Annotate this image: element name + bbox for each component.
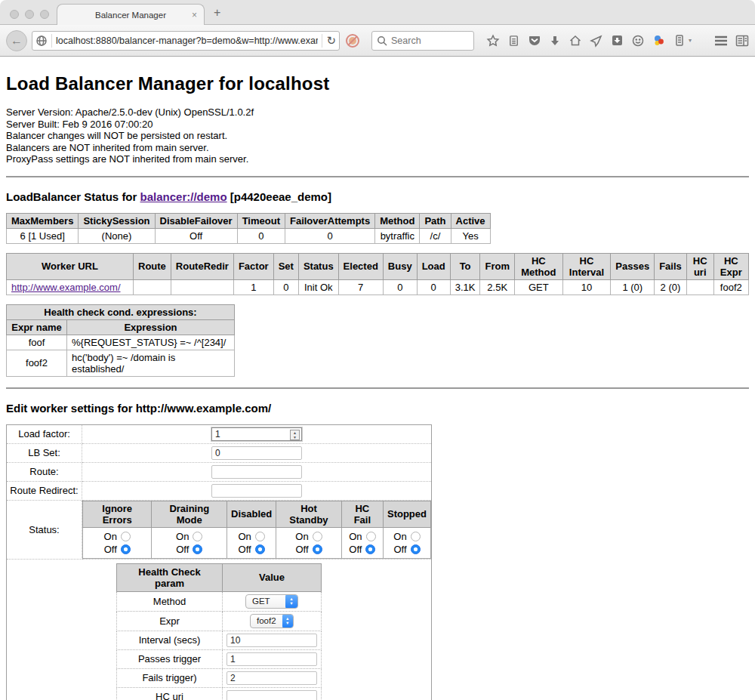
hc-uri-input[interactable]: [226, 690, 317, 700]
col-disablefailover: DisableFailover: [155, 213, 237, 228]
hc-fail-on-radio[interactable]: [366, 532, 376, 541]
col-load: Load: [417, 253, 450, 279]
col-hc-uri: HC uri: [686, 253, 713, 279]
disabled-off-radio[interactable]: [255, 544, 265, 554]
edit-worker-form: Load factor: ▲▼ LB Set: Route: Route Red…: [6, 424, 432, 700]
route-redirect-input[interactable]: [211, 484, 302, 498]
container-icon[interactable]: [673, 34, 686, 47]
tab-balancer-manager[interactable]: Balancer Manager ×: [57, 4, 205, 25]
col-hot-standby: Hot Standby: [276, 501, 341, 527]
blocker-extension-icon[interactable]: [344, 32, 361, 49]
overflow-caret-icon[interactable]: ▾: [689, 37, 692, 44]
hc-method-row: Method GET ▲▼: [117, 591, 322, 611]
url-text[interactable]: localhost:8880/balancer-manager?b=demo&w…: [56, 35, 318, 46]
health-check-expressions-table: Health check cond. expressions: Expr nam…: [6, 304, 235, 377]
cell-elected: 7: [338, 279, 383, 294]
reading-list-icon[interactable]: [507, 34, 520, 47]
cell-routeredir: [171, 279, 233, 294]
menu-hamburger-icon[interactable]: [714, 35, 728, 46]
col-path: Path: [420, 213, 451, 228]
url-bar[interactable]: localhost:8880/balancer-manager?b=demo&w…: [32, 31, 340, 51]
worker-url-link[interactable]: http://www.example.com/: [11, 282, 121, 293]
cell-hc-method: GET: [514, 279, 562, 294]
hc-fails-input[interactable]: [226, 671, 317, 685]
status-header-row: Ignore Errors Draining Mode Disabled Hot…: [83, 501, 431, 527]
tab-close-icon[interactable]: ×: [192, 10, 197, 20]
hc-passes-input[interactable]: [226, 652, 317, 666]
save-page-icon[interactable]: [611, 34, 624, 47]
col-expression: Expression: [67, 319, 235, 335]
cell-failoverattempts: 0: [285, 228, 374, 243]
cell-factor: 1: [233, 279, 273, 294]
radio-on-label: On: [176, 530, 189, 543]
url-divider: [322, 34, 322, 48]
minimize-window-button[interactable]: [25, 10, 34, 19]
reload-icon[interactable]: ↻: [326, 34, 336, 48]
number-spinner-icon[interactable]: ▲▼: [290, 430, 300, 440]
hot-standby-off-radio[interactable]: [313, 544, 322, 554]
home-icon[interactable]: [569, 34, 582, 48]
hc-fails-row: Fails trigger): [117, 668, 322, 687]
draining-mode-off-radio[interactable]: [193, 544, 202, 554]
col-method: Method: [375, 213, 420, 228]
col-from: From: [480, 253, 515, 279]
draining-mode-on-radio[interactable]: [193, 532, 202, 541]
tab-title: Balancer Manager: [95, 11, 166, 20]
download-icon[interactable]: [549, 35, 561, 47]
route-input[interactable]: [211, 465, 302, 479]
cell-hc-expr: foof2: [713, 279, 748, 294]
hello-dots-icon[interactable]: [652, 34, 666, 48]
cell-busy: 0: [383, 279, 417, 294]
status-radio-row: On Off On Off On Off: [83, 527, 431, 558]
hc-fail-off-radio[interactable]: [365, 544, 375, 554]
col-disabled: Disabled: [227, 501, 276, 527]
hc-expr-select[interactable]: foof2 ▲▼: [250, 614, 294, 628]
search-input[interactable]: [391, 35, 459, 46]
hc-interval-label: Interval (secs): [117, 631, 223, 649]
hc-method-select[interactable]: GET ▲▼: [245, 594, 298, 609]
col-factor: Factor: [233, 253, 273, 279]
disabled-on-radio[interactable]: [255, 532, 265, 541]
cell-timeout: 0: [237, 228, 285, 243]
hot-standby-on-radio[interactable]: [313, 532, 322, 541]
close-window-button[interactable]: [10, 10, 19, 19]
send-tab-icon[interactable]: [590, 34, 603, 48]
browser-window: Balancer Manager × + ← localhost:8880/ba…: [0, 0, 755, 700]
radio-off-label: Off: [239, 543, 251, 556]
globe-icon: [35, 35, 48, 47]
toolbar-icons: ▾: [486, 34, 749, 48]
navigation-toolbar: ← localhost:8880/balancer-manager?b=demo…: [0, 25, 755, 57]
server-version-line: Server Version: Apache/2.5.0-dev (Unix) …: [6, 106, 749, 119]
stopped-off-radio[interactable]: [411, 544, 421, 554]
status-label: Status:: [7, 500, 82, 559]
pocket-icon[interactable]: [528, 34, 541, 48]
hc-header-row: Health Check param Value: [117, 563, 322, 591]
back-button[interactable]: ←: [6, 30, 27, 51]
status-heading-suffix: [p4420eeae_demo]: [227, 190, 331, 203]
search-bar[interactable]: [371, 31, 474, 51]
load-factor-row: Load factor: ▲▼: [7, 424, 432, 443]
hc-expr-selected-value: foof2: [251, 616, 282, 625]
zoom-window-button[interactable]: [40, 10, 49, 19]
ignore-errors-off-radio[interactable]: [121, 544, 131, 554]
health-check-row: Health Check param Value Method GET ▲▼: [7, 559, 432, 700]
feedback-smiley-icon[interactable]: [631, 34, 645, 48]
window-controls[interactable]: [10, 10, 49, 19]
stopped-on-radio[interactable]: [411, 532, 421, 541]
bookmark-star-icon[interactable]: [486, 34, 500, 48]
balancer-demo-link[interactable]: balancer://demo: [140, 190, 227, 203]
lb-set-input[interactable]: [211, 446, 302, 460]
col-stickysession: StickySession: [79, 213, 155, 228]
load-factor-input[interactable]: [211, 427, 302, 441]
col-failoverattempts: FailoverAttempts: [285, 213, 374, 228]
table-row: http://www.example.com/ 1 0 Init Ok 7 0 …: [7, 279, 749, 294]
hc-method-label: Method: [117, 591, 223, 611]
ignore-errors-on-radio[interactable]: [121, 532, 131, 541]
hc-passes-label: Passes trigger: [117, 649, 223, 668]
radio-on-label: On: [393, 530, 406, 543]
radio-on-label: On: [295, 530, 308, 543]
radio-on-label: On: [104, 530, 117, 543]
bookmarks-sidebar-icon[interactable]: [735, 35, 749, 47]
new-tab-button[interactable]: +: [214, 6, 220, 20]
hc-interval-input[interactable]: [226, 634, 317, 647]
